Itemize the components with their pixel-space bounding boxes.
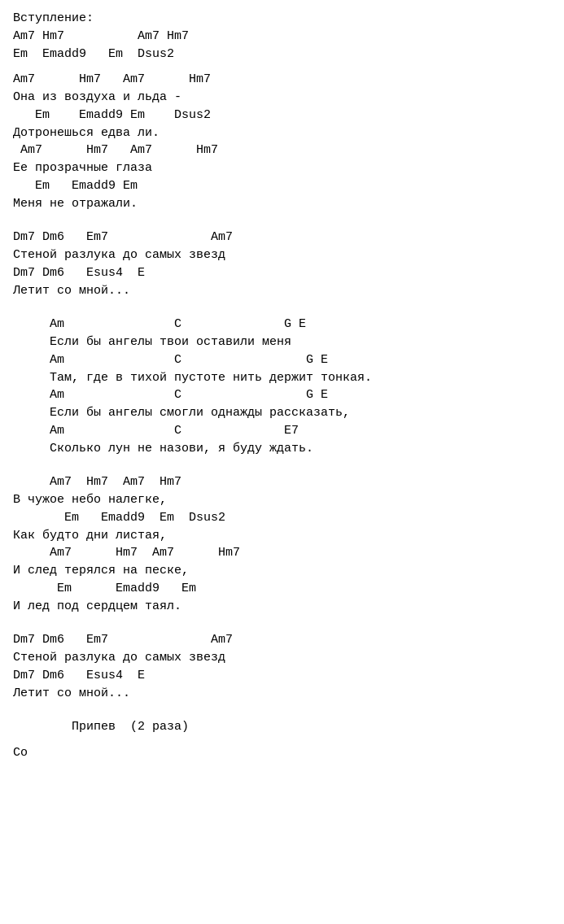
lyrics-line: В чужое небо налегке,: [13, 491, 551, 509]
chords-line: Em Emadd9 Em Dsus2: [13, 509, 551, 527]
chords-line: Em Emadd9 Em Dsus2: [13, 46, 551, 63]
lyrics-line: Стеной разлука до самых звезд: [13, 246, 551, 264]
song-section-verse4: Dm7 Dm6 Em7 Am7Стеной разлука до самых з…: [13, 623, 551, 702]
lyrics-line: Если бы ангелы смогли однажды рассказать…: [13, 404, 551, 422]
chords-line: Am7 Hm7 Am7 Hm7: [13, 142, 551, 159]
lyrics-line: Летит со мной...: [13, 685, 551, 703]
chords-line: Am7 Hm7 Am7 Hm7: [13, 473, 551, 491]
chords-line: Dm7 Dm6 Em7 Am7: [13, 229, 551, 246]
spacer: [13, 220, 551, 229]
chords-line: Am C G E: [13, 386, 551, 404]
chords-line: Dm7 Dm6 Esus4 E: [13, 667, 551, 685]
chords-line: Am7 Hm7 Am7 Hm7: [13, 28, 551, 46]
song-section-intro: Вступление:Am7 Hm7 Am7 Hm7Em Emadd9 Em D…: [13, 10, 551, 212]
chords-line: Am C G E: [13, 316, 551, 333]
lyrics-line: Припев (2 раза): [13, 718, 551, 736]
lyrics-line: Ее прозрачные глаза: [13, 159, 551, 177]
chords-line: Dm7 Dm6 Esus4 E: [13, 264, 551, 282]
chords-line: Am7 Hm7 Am7 Hm7: [13, 544, 551, 562]
spacer: [13, 710, 551, 718]
lyrics-line: Сколько лун не назови, я буду ждать.: [13, 440, 551, 458]
chords-line: Am7 Hm7 Am7 Hm7: [13, 71, 551, 89]
spacer: [13, 63, 551, 71]
chords-line: Am C E7: [13, 422, 551, 440]
chords-line: Em Emadd9 Em: [13, 580, 551, 598]
lyrics-line: Дотронешься едва ли.: [13, 124, 551, 142]
spacer: [13, 736, 551, 744]
lyrics-line: Стеной разлука до самых звезд: [13, 649, 551, 667]
lyrics-line: Как будто дни листая,: [13, 527, 551, 545]
song-section-outro: Припев (2 раза)Co: [13, 710, 551, 762]
song-section-verse3: Am7 Hm7 Am7 Hm7В чужое небо налегке, Em …: [13, 465, 551, 615]
chords-line: Em Emadd9 Em Dsus2: [13, 107, 551, 124]
spacer: [13, 307, 551, 316]
lyrics-line: Меня не отражали.: [13, 195, 551, 213]
lyrics-line: И лед под сердцем таял.: [13, 598, 551, 616]
lyrics-line: Она из воздуха и льда -: [13, 89, 551, 107]
chords-line: Am C G E: [13, 351, 551, 369]
chords-line: Em Emadd9 Em: [13, 177, 551, 195]
song-container: Вступление:Am7 Hm7 Am7 Hm7Em Emadd9 Em D…: [13, 10, 551, 762]
song-section-chorus: Am C G E Если бы ангелы твои оставили ме…: [13, 307, 551, 457]
lyrics-line: Если бы ангелы твои оставили меня: [13, 333, 551, 351]
spacer: [13, 465, 551, 473]
song-section-verse2: Dm7 Dm6 Em7 Am7Стеной разлука до самых з…: [13, 220, 551, 299]
lyrics-line: И след терялся на песке,: [13, 562, 551, 580]
chords-line: Dm7 Dm6 Em7 Am7: [13, 631, 551, 649]
label-line: Вступление:: [13, 10, 551, 28]
spacer: [13, 623, 551, 631]
lyrics-line: Летит со мной...: [13, 282, 551, 300]
lyrics-line: Там, где в тихой пустоте нить держит тон…: [13, 369, 551, 387]
lyrics-line: Co: [13, 744, 551, 762]
